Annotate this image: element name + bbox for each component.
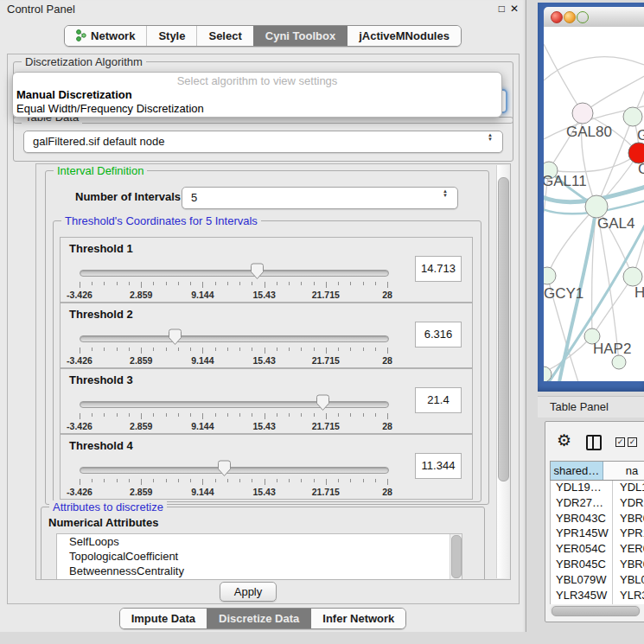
gear-icon[interactable]: ⚙ bbox=[557, 430, 571, 450]
tick-mark bbox=[314, 413, 315, 417]
threshold-slider[interactable]: -3.4262.8599.14415.4321.71528 bbox=[80, 463, 387, 496]
threshold-value-field[interactable]: 21.4 bbox=[415, 387, 462, 413]
cell-name[interactable]: YBL0 bbox=[613, 573, 644, 589]
threshold-slider[interactable]: -3.4262.8599.14415.4321.71528 bbox=[80, 266, 387, 299]
network-edge[interactable] bbox=[544, 44, 583, 113]
cell-shared-name[interactable]: YER054C bbox=[551, 542, 613, 558]
threshold-value-field[interactable]: 14.713 bbox=[415, 256, 462, 282]
tick-mark bbox=[153, 413, 154, 417]
table-horizontal-scrollbar-thumb[interactable] bbox=[552, 606, 640, 616]
settings-scrollbar-thumb[interactable] bbox=[498, 177, 509, 481]
column-header-shared-name[interactable]: shared… bbox=[551, 462, 603, 480]
cell-shared-name[interactable]: YDR27… bbox=[551, 496, 613, 512]
slider-track[interactable] bbox=[80, 467, 389, 474]
cell-name[interactable]: YPR1 bbox=[613, 526, 644, 542]
table-panel-title: Table Panel bbox=[550, 400, 609, 413]
mac-minimize-icon[interactable] bbox=[564, 11, 576, 23]
mac-zoom-icon[interactable] bbox=[577, 11, 589, 23]
float-window-icon[interactable]: □ bbox=[499, 3, 505, 16]
threshold-value-field[interactable]: 6.316 bbox=[415, 322, 462, 348]
threshold-label: Threshold 2 bbox=[69, 308, 133, 321]
columns-icon[interactable] bbox=[586, 435, 602, 450]
attributes-list-scrollbar-thumb[interactable] bbox=[451, 535, 462, 578]
slider-track[interactable] bbox=[80, 401, 389, 408]
cell-name[interactable]: YDL1 bbox=[613, 481, 644, 496]
checkbox-icon[interactable]: ✓ bbox=[628, 437, 637, 447]
cell-shared-name[interactable]: YDL19… bbox=[551, 481, 613, 496]
cell-shared-name[interactable]: YBR045C bbox=[551, 558, 613, 573]
table-row[interactable]: YIL052CYIL0 bbox=[551, 603, 644, 604]
attributes-list-scrollbar[interactable] bbox=[450, 534, 462, 579]
table-row[interactable]: YBR043CYBR0 bbox=[551, 512, 644, 527]
cell-name[interactable]: YLR3 bbox=[613, 589, 644, 604]
cell-shared-name[interactable]: YBR043C bbox=[551, 512, 613, 527]
threshold-slider[interactable]: -3.4262.8599.14415.4321.71528 bbox=[80, 398, 387, 430]
network-canvas[interactable]: GAL80GACGAL11GAL4GCY1HHAP2 bbox=[544, 27, 644, 381]
apply-button[interactable]: Apply bbox=[220, 582, 277, 602]
tab-style[interactable]: Style bbox=[146, 26, 196, 46]
tab-jactivemnodules[interactable]: jActiveMNodules bbox=[347, 26, 461, 46]
tick-mark bbox=[92, 413, 92, 417]
slider-track[interactable] bbox=[80, 270, 389, 277]
slider-ticks bbox=[80, 348, 387, 354]
table-data-combobox[interactable]: galFiltered.sif default node ▲▼ bbox=[23, 131, 503, 153]
tick-mark bbox=[178, 282, 179, 285]
tick-mark bbox=[350, 413, 351, 417]
table-row[interactable]: YPR145WYPR1 bbox=[551, 526, 644, 542]
tab-impute-data[interactable]: Impute Data bbox=[120, 609, 207, 628]
mac-close-icon[interactable] bbox=[551, 11, 563, 23]
tab-cyni-toolbox[interactable]: Cyni Toolbox bbox=[253, 26, 347, 46]
attribute-list-item[interactable]: SelfLoops bbox=[57, 534, 462, 549]
table-data-group: Table Data galFiltered.sif default node … bbox=[13, 117, 513, 162]
cell-shared-name[interactable]: YLR345W bbox=[551, 589, 613, 604]
attribute-list-item[interactable]: TopologicalCoefficient bbox=[57, 549, 462, 564]
threshold-value-field[interactable]: 11.344 bbox=[415, 453, 462, 479]
number-of-intervals-combobox[interactable]: 5 ▲▼ bbox=[182, 187, 458, 209]
tab-network[interactable]: Network bbox=[65, 26, 146, 46]
cell-name[interactable]: YIL0 bbox=[613, 603, 644, 604]
tick-mark bbox=[289, 282, 290, 285]
network-edge[interactable] bbox=[544, 56, 644, 80]
table-row[interactable]: YER054CYER0 bbox=[551, 542, 644, 558]
cell-name[interactable]: YDR2 bbox=[613, 496, 644, 512]
network-node-ga[interactable] bbox=[623, 107, 642, 126]
slider-thumb[interactable] bbox=[168, 328, 182, 346]
table-horizontal-scrollbar[interactable] bbox=[550, 605, 641, 615]
cell-shared-name[interactable]: YBL079W bbox=[551, 573, 613, 589]
network-node-gcy1[interactable] bbox=[544, 267, 556, 284]
slider-thumb[interactable] bbox=[217, 460, 232, 477]
network-edge[interactable] bbox=[549, 153, 639, 172]
threshold-slider[interactable]: -3.4262.8599.14415.4321.71528 bbox=[80, 332, 387, 365]
network-view-window: GAL80GACGAL11GAL4GCY1HHAP2 bbox=[538, 3, 644, 392]
attribute-list-item[interactable]: BetweennessCentrality bbox=[57, 564, 462, 578]
numerical-attributes-list[interactable]: SelfLoopsTopologicalCoefficientBetweenne… bbox=[56, 533, 462, 580]
cell-shared-name[interactable]: YIL052C bbox=[551, 603, 613, 604]
checkbox-icon[interactable]: ✓ bbox=[615, 437, 625, 447]
dropdown-item-manual-discretization[interactable]: Manual Discretization bbox=[13, 88, 501, 102]
network-node[interactable] bbox=[612, 355, 626, 369]
table-row[interactable]: YDR27…YDR2 bbox=[551, 496, 644, 512]
close-window-icon[interactable]: ✕ bbox=[510, 3, 519, 16]
tab-infer-network[interactable]: Infer Network bbox=[310, 609, 405, 628]
slider-thumb[interactable] bbox=[250, 263, 265, 280]
column-header-name[interactable]: na bbox=[603, 462, 644, 480]
cell-shared-name[interactable]: YPR145W bbox=[551, 526, 613, 542]
table-row[interactable]: YBR045CYBR0 bbox=[551, 558, 644, 573]
network-node-h[interactable] bbox=[623, 267, 642, 286]
dropdown-item-equal-width-frequency-discretization[interactable]: Equal Width/Frequency Discretization bbox=[13, 102, 501, 116]
tab-select[interactable]: Select bbox=[196, 26, 252, 46]
table-row[interactable]: YDL19…YDL1 bbox=[551, 481, 644, 496]
table-row[interactable]: YBL079WYBL0 bbox=[551, 573, 644, 589]
tab-discretize-data[interactable]: Discretize Data bbox=[207, 609, 310, 628]
settings-scrollbar[interactable] bbox=[496, 165, 509, 578]
network-window-titlebar[interactable] bbox=[544, 7, 644, 28]
network-node-gal80[interactable] bbox=[572, 103, 593, 124]
table-row[interactable]: YLR345WYLR3 bbox=[551, 589, 644, 604]
cell-name[interactable]: YBR0 bbox=[613, 558, 644, 573]
tick-label: 28 bbox=[382, 487, 392, 497]
slider-thumb[interactable] bbox=[316, 394, 330, 411]
slider-track[interactable] bbox=[80, 335, 389, 342]
cell-name[interactable]: YER0 bbox=[613, 542, 644, 558]
node-label: GAL80 bbox=[566, 124, 612, 140]
cell-name[interactable]: YBR0 bbox=[613, 512, 644, 527]
